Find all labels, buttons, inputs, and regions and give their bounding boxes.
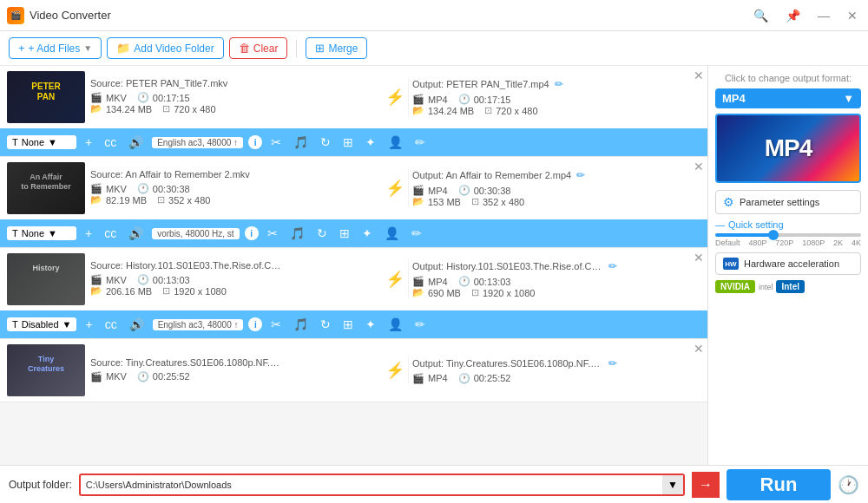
meta-row2: 📂 206.16 MB ⊡ 1920 x 1080 [90,285,378,297]
crop-icon[interactable]: ⊞ [336,225,353,242]
main-area: PETERPAN Source: PETER PAN_Title7.mkv 🎬 … [0,66,868,465]
arrow-divider: ⚡ [382,357,408,384]
cut-icon[interactable]: ✂ [267,134,285,151]
video-icon: 🎬 [90,92,102,103]
output-label: Output: Tiny.Creatures.S01E06.1080p.NF.W… [412,358,603,369]
person-icon[interactable]: 👤 [381,225,403,242]
src-res: ⊡ 720 x 480 [162,103,215,114]
file-info: Source: PETER PAN_Title7.mkv 🎬 MKV 🕐 00:… [90,78,700,116]
meta-row: 🎬 MKV 🕐 00:17:15 [90,92,378,103]
edit2-icon[interactable]: ✏ [411,134,429,151]
out-size: 📂 690 MB [412,287,461,298]
output-row: Output: History.101.S01E03.The.Rise.of.C… [412,260,700,272]
add-icon: + [18,42,25,55]
file-info: Source: Tiny.Creatures.S01E06.1080p.NF.W… [90,357,700,384]
param-settings-button[interactable]: ⚙ Parameter settings [715,190,861,214]
info-ctrl-icon[interactable]: i [245,226,259,240]
run-button[interactable]: Run [727,469,831,500]
slider-thumb[interactable] [768,230,779,240]
cut-icon[interactable]: ✂ [264,225,281,242]
add-files-button[interactable]: + + Add Files ▼ [9,37,102,59]
output-path-input[interactable] [81,476,662,493]
subtitle-dropdown[interactable]: T None ▼ [7,226,76,240]
output-folder-label: Output folder: [9,479,72,491]
nvidia-badge[interactable]: NVIDIA [715,280,755,293]
remove-file-button[interactable]: ✕ [694,343,704,355]
meta-row: 🎬 MKV 🕐 00:30:38 [90,183,378,194]
hw-accel-button[interactable]: HW Hardware acceleration [715,252,861,275]
fx-icon[interactable]: ✦ [358,225,376,242]
pin-icon[interactable]: 📌 [782,7,804,24]
output-arrow-button[interactable]: → [692,472,720,498]
quality-slider[interactable] [715,233,861,237]
edit2-icon[interactable]: ✏ [408,225,425,242]
audio2-icon[interactable]: 🎵 [286,225,308,242]
add-folder-button[interactable]: 📁 Add Video Folder [107,37,224,59]
video-icon: 🎬 [90,183,102,194]
remove-file-button[interactable]: ✕ [694,252,704,264]
audio-icon[interactable]: 🔊 [125,134,147,151]
remove-file-button[interactable]: ✕ [694,160,704,173]
info-ctrl-icon[interactable]: i [248,317,262,331]
ctrl-bar: T Disabled ▼ + cc 🔊 English ac3, 48000 ↑… [0,310,707,338]
edit2-icon[interactable]: ✏ [411,316,429,333]
edit-icon[interactable]: ✏ [555,78,563,90]
add-subtitle-button[interactable]: + [82,225,95,242]
fx-icon[interactable]: ✦ [362,316,379,333]
source-row: Source: PETER PAN_Title7.mkv [90,78,378,88]
cc-icon[interactable]: cc [102,316,121,333]
subtitle-dropdown[interactable]: T None ▼ [7,135,76,149]
minimize-button[interactable]: — [814,7,833,24]
audio2-icon[interactable]: 🎵 [290,316,312,333]
crop-icon[interactable]: ⊞ [339,134,357,151]
person-icon[interactable]: 👤 [385,134,406,151]
output-dropdown-button[interactable]: ▼ [662,475,683,494]
src-duration: 🕐 00:13:03 [137,274,190,285]
thumb-text: History [7,253,85,277]
rotate-icon[interactable]: ↻ [313,225,331,242]
subtitle-dropdown[interactable]: T Disabled ▼ [7,317,76,331]
ctrl-bar: T None ▼ + cc 🔊 English ac3, 48000 ↑ i ✂… [0,128,707,156]
fx-icon[interactable]: ✦ [362,134,379,151]
merge-button[interactable]: ⊞ Merge [306,37,367,59]
crop-icon[interactable]: ⊞ [339,316,357,333]
clear-button[interactable]: 🗑 Clear [229,37,288,59]
format-arrow: ▼ [843,92,854,105]
src-res: ⊡ 1920 x 1080 [162,285,227,297]
cut-icon[interactable]: ✂ [267,316,285,333]
convert-arrow: ⚡ [385,88,404,107]
close-button[interactable]: ✕ [844,7,861,24]
edit-icon[interactable]: ✏ [608,260,617,272]
person-icon[interactable]: 👤 [385,316,406,333]
out-meta-row: 🎬 MP4 🕐 00:13:03 [412,276,700,287]
cc-icon[interactable]: cc [101,134,120,151]
info-ctrl-icon[interactable]: i [248,135,262,149]
edit-icon[interactable]: ✏ [608,357,617,369]
out-res: ⊡ 720 x 480 [484,105,537,116]
folder-icon: 📂 [90,194,102,206]
rotate-icon[interactable]: ↻ [317,134,334,151]
convert-arrow: ⚡ [385,270,404,289]
quality-slider-wrap [715,233,861,237]
meta-row2: 📂 134.24 MB ⊡ 720 x 480 [90,103,378,114]
thumbnail: PETERPAN [7,71,85,123]
src-size: 📂 134.24 MB [90,103,152,114]
app-icon: 🎬 [7,7,24,24]
trash-icon: 🗑 [239,42,250,55]
remove-file-button[interactable]: ✕ [694,69,704,82]
schedule-icon[interactable]: 🕐 [838,474,859,495]
rotate-icon[interactable]: ↻ [317,316,334,333]
clock-icon: 🕐 [137,92,149,103]
audio2-icon[interactable]: 🎵 [290,134,312,151]
search-icon[interactable]: 🔍 [750,7,772,24]
intel-badge[interactable]: Intel [776,280,805,293]
edit-icon[interactable]: ✏ [576,169,585,181]
cc-icon[interactable]: cc [101,225,120,242]
add-subtitle-button[interactable]: + [82,134,95,151]
label-1080p: 1080P [802,238,825,247]
add-subtitle-button[interactable]: + [82,316,95,333]
audio-icon[interactable]: 🔊 [125,225,147,242]
format-selector[interactable]: MP4 ▼ [715,88,861,108]
source-label: Source: History.101.S01E03.The.Rise.of.C… [90,260,281,271]
audio-icon[interactable]: 🔊 [126,316,148,333]
